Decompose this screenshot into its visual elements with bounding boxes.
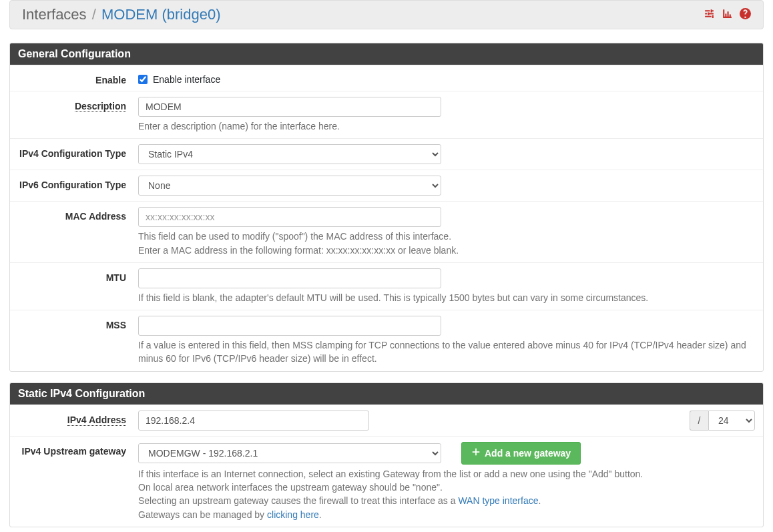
help-gateway: If this interface is an Internet connect… [138, 467, 755, 521]
chart-icon[interactable] [722, 8, 733, 21]
label-ipv4-gateway: IPv4 Upstream gateway [18, 442, 138, 521]
help-mss: If a value is entered in this field, the… [138, 338, 755, 366]
sliders-icon[interactable] [704, 8, 715, 21]
breadcrumb-sub[interactable]: MODEM (bridge0) [101, 6, 220, 23]
row-mac: MAC Address This field can be used to mo… [10, 201, 763, 262]
row-ipv6-type: IPv6 Configuration Type None [10, 170, 763, 201]
manage-gateways-link[interactable]: clicking here [267, 509, 319, 520]
add-gateway-button[interactable]: Add a new gateway [461, 442, 581, 465]
row-mss: MSS If a value is entered in this field,… [10, 310, 763, 371]
breadcrumb-main: Interfaces [22, 6, 87, 23]
row-description: Description Enter a description (name) f… [10, 91, 763, 138]
label-enable: Enable [18, 71, 138, 85]
ipv4-address-input[interactable] [138, 411, 369, 431]
ipv4-gateway-select[interactable]: MODEMGW - 192.168.2.1 [138, 443, 441, 463]
label-mss: MSS [18, 316, 138, 366]
page-header: Interfaces / MODEM (bridge0) [9, 0, 764, 29]
ipv4-type-select[interactable]: Static IPv4 [138, 144, 441, 164]
mss-input[interactable] [138, 316, 441, 336]
description-input[interactable] [138, 97, 441, 117]
help-mtu: If this field is blank, the adapter's de… [138, 291, 755, 304]
label-ipv4-type: IPv4 Configuration Type [18, 144, 138, 164]
row-mtu: MTU If this field is blank, the adapter'… [10, 262, 763, 310]
panel-general-configuration: General Configuration Enable Enable inte… [9, 43, 764, 372]
panel-static-ipv4: Static IPv4 Configuration IPv4 Address /… [9, 382, 764, 527]
plus-icon [471, 447, 481, 459]
ipv6-type-select[interactable]: None [138, 176, 441, 196]
label-mac: MAC Address [18, 207, 138, 257]
page-title: Interfaces / MODEM (bridge0) [22, 6, 220, 23]
label-mtu: MTU [18, 268, 138, 304]
add-gateway-button-label: Add a new gateway [485, 448, 571, 459]
panel-heading-static-ipv4: Static IPv4 Configuration [10, 383, 763, 405]
mac-input[interactable] [138, 207, 441, 227]
enable-checkbox[interactable] [138, 75, 148, 84]
mtu-input[interactable] [138, 268, 441, 288]
help-mac: This field can be used to modify ("spoof… [138, 230, 755, 257]
row-ipv4-address: IPv4 Address / 24 [10, 405, 763, 436]
help-icon[interactable] [740, 8, 751, 21]
help-description: Enter a description (name) for the inter… [138, 119, 755, 133]
ipv4-prefix-select[interactable]: 24 [708, 411, 755, 431]
header-actions [704, 8, 751, 21]
panel-heading-general: General Configuration [10, 43, 763, 65]
wan-type-interface-link[interactable]: WAN type interface [458, 495, 538, 506]
breadcrumb-separator: / [91, 6, 97, 23]
row-ipv4-gateway: IPv4 Upstream gateway MODEMGW - 192.168.… [10, 436, 763, 527]
label-ipv6-type: IPv6 Configuration Type [18, 176, 138, 196]
enable-checkbox-label: Enable interface [153, 74, 220, 85]
row-ipv4-type: IPv4 Configuration Type Static IPv4 [10, 138, 763, 170]
ipv4-prefix-group: / 24 [690, 411, 755, 431]
row-enable: Enable Enable interface [10, 65, 763, 91]
ipv4-slash: / [690, 411, 708, 431]
label-ipv4-address: IPv4 Address [18, 411, 138, 431]
enable-checkbox-row[interactable]: Enable interface [138, 71, 755, 85]
label-description: Description [18, 97, 138, 133]
